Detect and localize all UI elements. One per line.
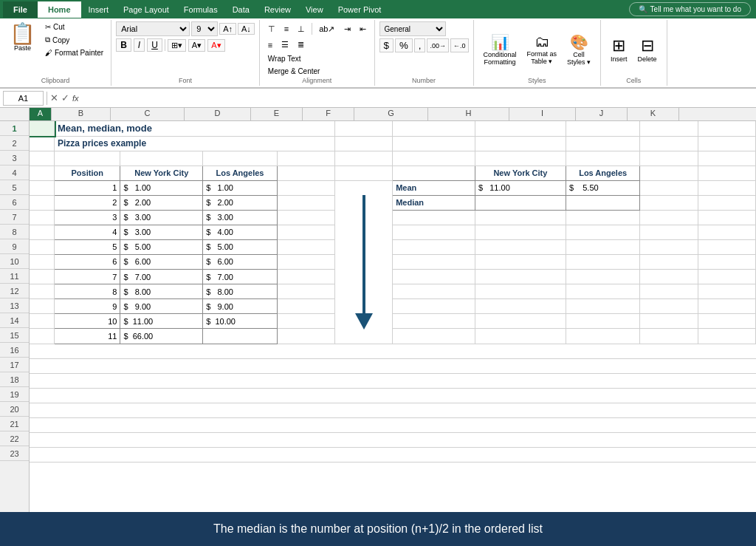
tab-insert[interactable]: Insert: [81, 1, 117, 18]
cell-f2[interactable]: [334, 136, 392, 151]
decrease-decimal-button[interactable]: ←.0: [450, 38, 469, 52]
col-header-a[interactable]: A: [30, 108, 52, 120]
row-num-16[interactable]: 16: [0, 343, 29, 358]
cell-f1[interactable]: [334, 121, 392, 136]
tab-page-layout[interactable]: Page Layout: [116, 1, 176, 18]
cell-i1[interactable]: [566, 121, 640, 136]
orientation-button[interactable]: ab↗: [315, 21, 338, 36]
row-num-19[interactable]: 19: [0, 387, 29, 402]
row-num-1[interactable]: 1: [0, 121, 29, 136]
row-num-7[interactable]: 7: [0, 210, 29, 225]
cell-h1[interactable]: [475, 121, 566, 136]
col-header-k[interactable]: K: [628, 108, 679, 120]
row-num-4[interactable]: 4: [0, 165, 29, 180]
align-bottom-button[interactable]: ⊥: [294, 21, 309, 36]
col-header-f[interactable]: F: [303, 108, 354, 120]
tab-formulas[interactable]: Formulas: [176, 1, 225, 18]
row-num-13[interactable]: 13: [0, 298, 29, 313]
tab-power-pivot[interactable]: Power Pivot: [331, 1, 389, 18]
row-num-23[interactable]: 23: [0, 446, 29, 461]
col-header-g[interactable]: G: [354, 108, 428, 120]
col-header-i[interactable]: I: [509, 108, 576, 120]
col-header-b[interactable]: B: [52, 108, 111, 120]
increase-font-button[interactable]: A↑: [219, 23, 236, 35]
row-num-5[interactable]: 5: [0, 180, 29, 195]
paste-button[interactable]: 📋 Paste: [4, 21, 41, 58]
indent-increase-button[interactable]: ⇥: [340, 21, 354, 36]
decrease-font-button[interactable]: A↓: [238, 23, 255, 35]
align-center-button[interactable]: ☰: [278, 38, 292, 52]
row-num-18[interactable]: 18: [0, 372, 29, 387]
increase-decimal-button[interactable]: .00→: [427, 38, 449, 52]
dollar-button[interactable]: $: [379, 38, 394, 52]
italic-button[interactable]: I: [134, 38, 145, 52]
row-num-21[interactable]: 21: [0, 417, 29, 431]
cell-i2[interactable]: [566, 136, 640, 151]
row-num-10[interactable]: 10: [0, 254, 29, 269]
tell-me-bar[interactable]: 🔍 Tell me what you want to do: [629, 2, 751, 16]
percent-button[interactable]: %: [395, 38, 413, 52]
cell-k2[interactable]: [698, 136, 755, 151]
row-num-12[interactable]: 12: [0, 284, 29, 298]
row-num-9[interactable]: 9: [0, 239, 29, 254]
cell-reference-input[interactable]: [3, 91, 44, 106]
font-size-select[interactable]: 9: [191, 21, 218, 36]
row-num-3[interactable]: 3: [0, 151, 29, 165]
font-family-select[interactable]: Arial: [116, 21, 190, 36]
merge-center-button[interactable]: Merge & Center: [264, 66, 324, 77]
cell-a1[interactable]: [30, 121, 55, 136]
row-num-11[interactable]: 11: [0, 269, 29, 284]
bold-button[interactable]: B: [116, 38, 131, 52]
row-num-17[interactable]: 17: [0, 358, 29, 372]
underline-button[interactable]: U: [147, 38, 162, 52]
delete-button[interactable]: ⊟ Delete: [634, 34, 661, 65]
cell-h2[interactable]: [475, 136, 566, 151]
cell-b2[interactable]: Pizza prices example: [55, 136, 335, 151]
align-top-button[interactable]: ⊤: [264, 21, 279, 36]
align-right-button[interactable]: ≣: [294, 38, 308, 52]
cancel-icon[interactable]: ✕: [50, 92, 58, 103]
tab-data[interactable]: Data: [225, 1, 257, 18]
cell-a2[interactable]: [30, 136, 55, 151]
format-as-table-button[interactable]: 🗂 Format asTable ▾: [523, 31, 561, 67]
insert-button[interactable]: ⊞ Insert: [607, 34, 631, 65]
tab-view[interactable]: View: [298, 1, 331, 18]
row-num-14[interactable]: 14: [0, 313, 29, 328]
tab-review[interactable]: Review: [257, 1, 298, 18]
cut-button[interactable]: ✂Cut: [42, 21, 106, 33]
number-format-select[interactable]: General: [379, 21, 446, 36]
align-left-button[interactable]: ≡: [264, 38, 276, 52]
col-header-d[interactable]: D: [185, 108, 251, 120]
row-num-6[interactable]: 6: [0, 195, 29, 210]
cell-k1[interactable]: [698, 121, 755, 136]
indent-decrease-button[interactable]: ⇤: [356, 21, 370, 36]
tab-home[interactable]: Home: [38, 1, 81, 18]
align-middle-button[interactable]: ≡: [281, 21, 292, 36]
confirm-icon[interactable]: ✓: [61, 92, 69, 103]
wrap-text-button[interactable]: Wrap Text: [264, 53, 305, 64]
cell-styles-button[interactable]: 🎨 CellStyles ▾: [563, 31, 594, 68]
row-num-22[interactable]: 22: [0, 431, 29, 446]
col-header-c[interactable]: C: [111, 108, 185, 120]
comma-button[interactable]: ,: [414, 38, 426, 52]
cell-j2[interactable]: [640, 136, 698, 151]
row-num-20[interactable]: 20: [0, 402, 29, 417]
cell-g2[interactable]: [393, 136, 475, 151]
cell-b1[interactable]: Mean, median, mode: [55, 121, 335, 136]
col-header-j[interactable]: J: [576, 108, 628, 120]
col-header-h[interactable]: H: [428, 108, 509, 120]
conditional-formatting-button[interactable]: 📊 ConditionalFormatting: [480, 31, 520, 68]
col-header-e[interactable]: E: [251, 108, 303, 120]
cell-g1[interactable]: [393, 121, 475, 136]
formula-input[interactable]: [82, 91, 753, 106]
row-num-2[interactable]: 2: [0, 136, 29, 151]
font-color-button[interactable]: A▾: [207, 39, 224, 52]
fill-color-button[interactable]: A▾: [188, 39, 205, 52]
cell-j1[interactable]: [640, 121, 698, 136]
row-num-8[interactable]: 8: [0, 225, 29, 239]
copy-button[interactable]: ⧉Copy: [42, 34, 106, 46]
borders-button[interactable]: ⊞▾: [168, 39, 186, 52]
tab-file[interactable]: File: [3, 1, 38, 18]
format-painter-button[interactable]: 🖌Format Painter: [42, 47, 106, 58]
row-num-15[interactable]: 15: [0, 328, 29, 343]
